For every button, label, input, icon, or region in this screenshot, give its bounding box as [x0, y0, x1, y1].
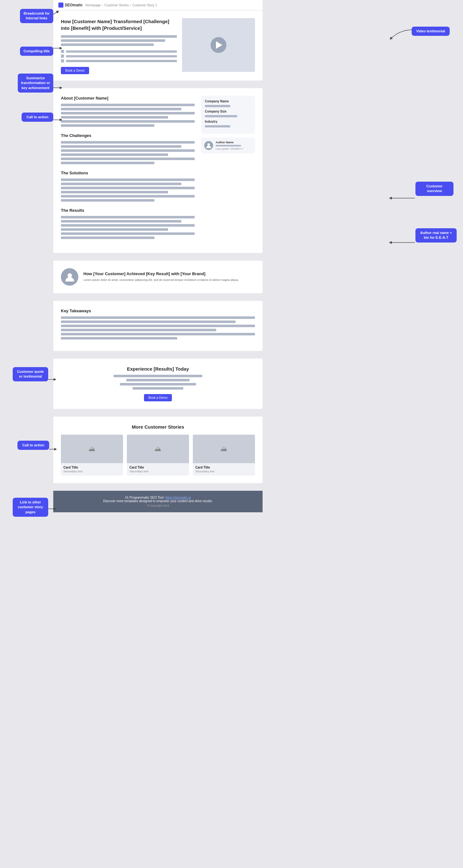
content-left: About [Customer Name] The Challenges: [61, 96, 195, 245]
cta-line-2: [126, 379, 190, 381]
author-info: Author Name Last update: DD/MM/YY: [216, 141, 252, 150]
check-row-2: [61, 55, 177, 58]
card-title-1: Card Title: [63, 466, 121, 469]
story-card-1[interactable]: ⛰ Card Title Secondary text: [61, 435, 123, 475]
more-stories-title: More Customer Stories: [61, 424, 255, 430]
main-content: About [Customer Name] The Challenges: [53, 88, 263, 253]
svg-point-10: [67, 273, 72, 278]
card-body-2: Card Title Secondary text: [127, 463, 189, 475]
compelling-title-annotation: Compelling title: [20, 46, 53, 56]
hero-video[interactable]: [182, 18, 255, 72]
solutions-block: The Solutions: [61, 170, 195, 202]
hero-section: How [Customer Name] Transformed [Challen…: [53, 10, 263, 81]
checklist: [61, 50, 177, 62]
cta-line-4: [132, 387, 183, 390]
company-size-value: [205, 115, 237, 117]
image-icon-3: ⛰: [220, 445, 227, 453]
testimonial-text: Lorem ipsum dolor sit amet, consectetur …: [84, 278, 255, 282]
content-right: Company Name Company Size Industry Autho…: [201, 96, 255, 245]
footer-link[interactable]: https://seomatic.ai: [165, 496, 191, 499]
svg-point-9: [207, 143, 210, 146]
check-line-1: [66, 51, 177, 53]
hero-title: How [Customer Name] Transformed [Challen…: [61, 18, 177, 31]
cta-mid-annotation: Call to action: [18, 441, 49, 450]
story-card-3[interactable]: ⛰ Card Title Secondary text: [193, 435, 255, 475]
card-image-1: ⛰: [61, 435, 123, 463]
check-line-3: [66, 60, 177, 62]
cta-book-demo-button[interactable]: Book a Demo: [144, 394, 172, 401]
footer-sub: Discover more templates designed to empo…: [58, 499, 257, 503]
video-testimonial-annotation: Video testimonial: [412, 27, 450, 36]
breadcrumb-home[interactable]: Homepage: [85, 3, 101, 7]
summary-lines: [61, 35, 177, 46]
card-secondary-3: Secondary text: [195, 470, 252, 473]
solutions-lines: [61, 179, 195, 202]
breadcrumb: Homepage › Customer Stories › Customer S…: [85, 3, 157, 7]
about-block: About [Customer Name]: [61, 96, 195, 127]
cta-section: Experience [Results] Today Book a Demo: [53, 359, 263, 409]
breadcrumb-annotation: Breadcrumb for Internal links: [20, 9, 53, 23]
cta-title: Experience [Results] Today: [61, 366, 255, 372]
author-card: Author Name Last update: DD/MM/YY: [201, 137, 255, 153]
image-icon-2: ⛰: [154, 445, 161, 453]
card-image-2: ⛰: [127, 435, 189, 463]
site-footer: #1 Programmatic SEO Tool: https://seomat…: [53, 491, 263, 512]
summary-line-2: [61, 39, 165, 42]
card-secondary-1: Secondary text: [63, 470, 121, 473]
card-image-3: ⛰: [193, 435, 255, 463]
link-stories-annotation: Link to other customer story pages: [13, 498, 48, 517]
breadcrumb-stories[interactable]: Customer Stories: [104, 3, 129, 7]
check-row-3: [61, 59, 177, 62]
logo-area: SEOmatic: [58, 3, 83, 8]
check-row-1: [61, 50, 177, 53]
takeaways-section: Key Takeaways: [53, 301, 263, 351]
story-card-2[interactable]: ⛰ Card Title Secondary text: [127, 435, 189, 475]
takeaway-lines: [61, 316, 255, 340]
takeaways-title: Key Takeaways: [61, 308, 255, 313]
site-header: SEOmatic Homepage › Customer Stories › C…: [53, 0, 263, 10]
testimonial-content: How [Your Customer] Achieved [Key Result…: [84, 271, 255, 282]
breadcrumb-current: Customer Story 1: [132, 3, 157, 7]
customer-quote-annotation: Customer quote or testimonial: [13, 367, 48, 381]
summary-line-3: [61, 43, 154, 46]
industry-label: Industry: [205, 120, 251, 123]
about-title: About [Customer Name]: [61, 96, 195, 100]
customer-overview-annotation: Customer overview: [415, 182, 454, 196]
challenges-title: The Challenges: [61, 133, 195, 138]
logo-icon: [58, 3, 63, 8]
company-name-value: [205, 105, 230, 107]
page-wrapper: SEOmatic Homepage › Customer Stories › C…: [53, 0, 263, 512]
author-annotation: Author real name + bio for E-E-A-T: [415, 228, 457, 243]
checkbox-3: [61, 59, 64, 62]
solutions-title: The Solutions: [61, 170, 195, 175]
card-body-3: Card Title Secondary text: [193, 463, 255, 475]
logo-text: SEOmatic: [65, 3, 83, 7]
card-title-3: Card Title: [195, 466, 252, 469]
image-icon-1: ⛰: [89, 445, 95, 453]
results-title: The Results: [61, 208, 195, 213]
author-update: Last update: DD/MM/YY: [216, 147, 252, 150]
industry-value: [205, 125, 230, 127]
results-lines: [61, 216, 195, 239]
footer-main: #1 Programmatic SEO Tool: https://seomat…: [58, 496, 257, 499]
play-button[interactable]: [211, 37, 226, 53]
cards-grid: ⛰ Card Title Secondary text ⛰ Card Title…: [61, 435, 255, 475]
about-lines: [61, 104, 195, 127]
hero-cta-button[interactable]: Book a Demo: [61, 67, 89, 74]
play-icon: [216, 41, 222, 49]
company-name-label: Company Name: [205, 99, 251, 103]
challenges-block: The Challenges: [61, 133, 195, 164]
check-line-2: [66, 55, 177, 57]
summarize-annotation: Summarize transformation or key achievem…: [18, 73, 53, 93]
company-info-card: Company Name Company Size Industry: [201, 96, 255, 134]
hero-left: How [Customer Name] Transformed [Challen…: [61, 18, 177, 74]
card-title-2: Card Title: [129, 466, 186, 469]
results-block: The Results: [61, 208, 195, 239]
more-stories-section: More Customer Stories ⛰ Card Title Secon…: [53, 416, 263, 483]
card-body-1: Card Title Secondary text: [61, 463, 123, 475]
testimonial-avatar: [61, 268, 78, 286]
testimonial-section: How [Your Customer] Achieved [Key Result…: [53, 260, 263, 293]
cta-line-1: [114, 375, 202, 377]
footer-text: #1 Programmatic SEO Tool:: [125, 496, 165, 499]
footer-copyright: © Copyright 2024: [58, 504, 257, 507]
